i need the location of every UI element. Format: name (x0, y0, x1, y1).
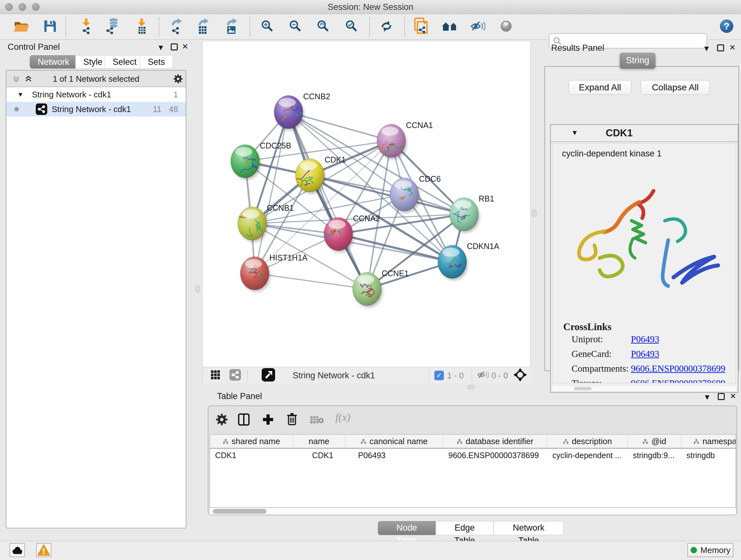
column-header-name[interactable]: name (293, 435, 345, 448)
tab-string[interactable]: String (620, 53, 656, 69)
zoom-selected-button[interactable] (345, 20, 358, 34)
collection-expand-arrow[interactable]: ▼ (17, 87, 23, 102)
collection-count: 1 (174, 87, 178, 102)
network-list-options-gear-icon[interactable] (174, 74, 183, 83)
export-image-button[interactable] (224, 18, 238, 36)
column-header-namespace[interactable]: namespace (681, 435, 736, 448)
save-session-button[interactable] (43, 19, 57, 35)
network-node-label-HIST1H1A: HIST1H1A (269, 253, 308, 262)
refresh-button[interactable] (380, 19, 394, 35)
collapse-entry-arrow[interactable]: ▼ (571, 129, 578, 137)
function-builder-button-disabled[interactable]: f(x) (335, 411, 350, 423)
collapse-all-button[interactable]: Collapse All (641, 80, 710, 95)
string-import-button[interactable] (413, 17, 429, 37)
table-panel-menu-arrow[interactable]: ▼ (703, 393, 711, 401)
crosslink-tissues[interactable]: 9606.ENSP00000378699 (631, 378, 725, 383)
zoom-in-button[interactable] (261, 20, 274, 34)
gene-description: cyclin-dependent kinase 1 (562, 149, 662, 159)
network-collection-row[interactable]: ▼ String Network - cdk1 1 (6, 87, 186, 102)
column-header-database-identifier[interactable]: database identifier (443, 435, 547, 448)
table-options-button[interactable] (216, 414, 227, 427)
control-panel-menu-arrow[interactable]: ▼ (157, 43, 165, 52)
column-header-shared-name[interactable]: shared name (210, 435, 293, 448)
export-table-button[interactable] (196, 18, 209, 36)
network-node-HIST1H1A[interactable]: HIST1H1A (240, 253, 308, 292)
column-header-canonical-name[interactable]: canonical name (345, 435, 443, 448)
results-panel-float-button[interactable] (717, 44, 724, 51)
network-edge-CCNB2-CCNE1[interactable] (288, 112, 367, 289)
network-node-CDKN1A[interactable]: CDKN1A (438, 242, 499, 280)
results-panel-menu-arrow[interactable]: ▼ (703, 44, 711, 53)
scrollbar-thumb[interactable] (213, 509, 266, 514)
tab-select[interactable]: Select (105, 55, 145, 69)
cell-shared-name[interactable]: CDK1 (210, 449, 293, 462)
birds-eye-view-button[interactable] (229, 369, 241, 382)
home-button[interactable] (442, 20, 458, 34)
tab-edge-table[interactable]: Edge Table (435, 521, 494, 535)
table-panel-float-button[interactable] (718, 393, 725, 400)
grid-view-button[interactable] (211, 370, 220, 381)
main-toolbar: ? (0, 14, 741, 40)
tab-node-table[interactable]: Node Table (378, 521, 435, 535)
cell-id[interactable]: stringdb:9... (628, 449, 681, 462)
crosslink-compartments[interactable]: 9606.ENSP00000378699 (631, 363, 725, 374)
control-panel-float-button[interactable] (171, 44, 178, 51)
network-node-CDK1[interactable]: CDK1 (295, 155, 346, 194)
crosslink-label: Tissues: (571, 378, 602, 383)
memory-button[interactable]: Memory (687, 543, 733, 557)
show-glass-button[interactable] (499, 19, 513, 34)
network-node-label-CDK1: CDK1 (325, 155, 346, 164)
expand-all-button[interactable]: Expand All (569, 80, 631, 95)
table-hscrollbar[interactable] (210, 508, 736, 515)
gene-card-header[interactable]: ▼ CDK1 (551, 125, 738, 142)
table-row[interactable]: CDK1 CDK1 P06493 9606.ENSP00000378699 cy… (210, 449, 736, 462)
right-divider-grip[interactable] (532, 209, 536, 217)
delete-table-button-disabled[interactable] (310, 416, 324, 426)
string-results-box: Expand All Collapse All ▼ CDK1 cyclin-de… (544, 66, 739, 371)
control-panel-close-button[interactable]: ✕ (182, 42, 188, 51)
left-divider-grip[interactable] (195, 285, 200, 293)
network-edge-HIST1H1A-CCNE1[interactable] (255, 273, 367, 289)
zoom-fit-button[interactable] (317, 20, 330, 34)
results-panel-close-button[interactable]: ✕ (729, 43, 736, 52)
network-node-RB1[interactable]: RB1 (450, 194, 494, 233)
show-columns-button[interactable] (238, 413, 250, 427)
cloud-status-button[interactable] (10, 543, 25, 557)
network-edge-CCNB2-HIST1H1A[interactable] (255, 112, 288, 273)
column-header-description[interactable]: description (547, 435, 628, 448)
cell-namespace[interactable]: stringdb (681, 449, 736, 462)
help-button[interactable]: ? (719, 19, 734, 35)
crosslink-uniprot[interactable]: P06493 (631, 334, 659, 345)
detach-view-button[interactable] (262, 368, 275, 383)
hide-glass-button[interactable] (470, 20, 485, 34)
column-header-id[interactable]: @id (628, 435, 681, 448)
network-node-CCNB1[interactable]: CCNB1 (238, 203, 294, 242)
hidden-indicator[interactable] (477, 370, 489, 381)
cell-name[interactable]: CDK1 (293, 449, 345, 462)
open-session-button[interactable] (14, 19, 30, 35)
cell-database-identifier[interactable]: 9606.ENSP00000378699 (443, 449, 547, 462)
cell-description[interactable]: cyclin-dependent ... (547, 449, 628, 462)
import-network-file-button[interactable] (80, 18, 92, 36)
import-table-file-button[interactable] (135, 18, 148, 36)
warning-status-button[interactable] (36, 543, 51, 557)
crosslink-genecard[interactable]: P06493 (631, 349, 659, 359)
cell-canonical-name[interactable]: P06493 (345, 449, 443, 462)
tab-network-table[interactable]: Network Table (494, 521, 563, 535)
network-canvas[interactable]: CCNB2CCNA1CDC25BCDK1CDC6RB1CCNB1CCNA2CDK… (203, 42, 530, 367)
tab-sets[interactable]: Sets (140, 55, 173, 69)
network-row-selected[interactable]: String Network - cdk1 11 48 (6, 102, 186, 117)
import-network-database-button[interactable] (105, 18, 121, 36)
export-network-button[interactable] (169, 18, 183, 36)
tab-network[interactable]: Network (30, 55, 77, 69)
network-node-CCNE1[interactable]: CCNE1 (353, 269, 409, 307)
zoom-out-button[interactable] (289, 20, 302, 34)
selected-indicator-checkbox[interactable]: ✓ (434, 371, 444, 380)
delete-column-button[interactable] (286, 413, 298, 427)
fit-content-button[interactable] (513, 368, 527, 383)
share-icon (229, 369, 241, 381)
open-folder-icon (14, 19, 30, 33)
table-panel-close-button[interactable]: ✕ (730, 392, 736, 401)
add-column-button[interactable] (262, 413, 274, 427)
string-documents-icon (413, 17, 429, 35)
